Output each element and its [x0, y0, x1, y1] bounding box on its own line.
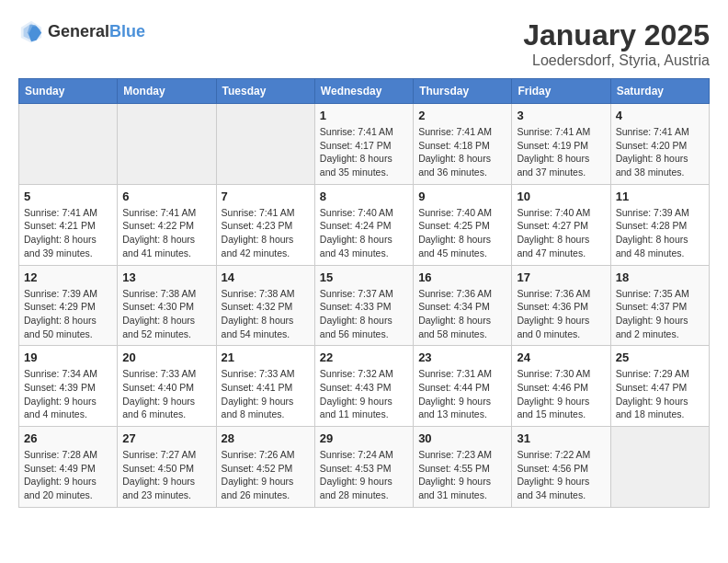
- header-wednesday: Wednesday: [314, 79, 413, 104]
- day-info: Sunrise: 7:41 AM Sunset: 4:21 PM Dayligh…: [24, 206, 112, 260]
- day-info: Sunrise: 7:40 AM Sunset: 4:24 PM Dayligh…: [320, 206, 408, 260]
- day-info: Sunrise: 7:34 AM Sunset: 4:39 PM Dayligh…: [24, 367, 112, 421]
- day-cell: 29Sunrise: 7:24 AM Sunset: 4:53 PM Dayli…: [314, 427, 413, 508]
- day-number: 6: [122, 190, 210, 203]
- week-row-4: 19Sunrise: 7:34 AM Sunset: 4:39 PM Dayli…: [19, 346, 710, 427]
- day-number: 9: [418, 190, 506, 203]
- day-info: Sunrise: 7:38 AM Sunset: 4:32 PM Dayligh…: [222, 287, 310, 341]
- day-cell: 18Sunrise: 7:35 AM Sunset: 4:37 PM Dayli…: [610, 265, 709, 346]
- day-number: 20: [122, 350, 210, 364]
- day-info: Sunrise: 7:31 AM Sunset: 4:44 PM Dayligh…: [418, 367, 506, 421]
- day-number: 2: [418, 109, 506, 122]
- day-number: 30: [418, 431, 506, 445]
- day-number: 15: [320, 270, 408, 284]
- day-info: Sunrise: 7:41 AM Sunset: 4:20 PM Dayligh…: [616, 125, 704, 179]
- day-cell: 30Sunrise: 7:23 AM Sunset: 4:55 PM Dayli…: [414, 427, 512, 508]
- day-cell: 27Sunrise: 7:27 AM Sunset: 4:50 PM Dayli…: [118, 427, 216, 508]
- day-info: Sunrise: 7:41 AM Sunset: 4:19 PM Dayligh…: [517, 125, 605, 179]
- day-cell: 15Sunrise: 7:37 AM Sunset: 4:33 PM Dayli…: [314, 265, 413, 346]
- day-number: 28: [222, 431, 310, 445]
- week-row-3: 12Sunrise: 7:39 AM Sunset: 4:29 PM Dayli…: [19, 265, 710, 346]
- day-cell: 5Sunrise: 7:41 AM Sunset: 4:21 PM Daylig…: [19, 184, 118, 265]
- day-number: 26: [24, 431, 112, 445]
- day-cell: [216, 104, 314, 185]
- day-number: 4: [616, 109, 704, 122]
- day-info: Sunrise: 7:41 AM Sunset: 4:23 PM Dayligh…: [222, 206, 310, 260]
- header-thursday: Thursday: [414, 79, 512, 104]
- day-cell: 7Sunrise: 7:41 AM Sunset: 4:23 PM Daylig…: [216, 184, 314, 265]
- day-info: Sunrise: 7:33 AM Sunset: 4:40 PM Dayligh…: [122, 367, 210, 421]
- page-header: General Blue January 2025 Loedersdorf, S…: [18, 18, 710, 69]
- logo-icon: [18, 18, 44, 44]
- day-cell: 17Sunrise: 7:36 AM Sunset: 4:36 PM Dayli…: [512, 265, 610, 346]
- day-cell: 28Sunrise: 7:26 AM Sunset: 4:52 PM Dayli…: [216, 427, 314, 508]
- day-info: Sunrise: 7:41 AM Sunset: 4:17 PM Dayligh…: [320, 125, 408, 179]
- day-number: 10: [517, 190, 605, 203]
- week-row-1: 1Sunrise: 7:41 AM Sunset: 4:17 PM Daylig…: [19, 104, 710, 185]
- logo-text-blue: Blue: [109, 22, 145, 41]
- day-number: 23: [418, 350, 506, 364]
- day-info: Sunrise: 7:27 AM Sunset: 4:50 PM Dayligh…: [122, 448, 210, 502]
- header-friday: Friday: [512, 79, 610, 104]
- day-cell: 31Sunrise: 7:22 AM Sunset: 4:56 PM Dayli…: [512, 427, 610, 508]
- day-cell: 6Sunrise: 7:41 AM Sunset: 4:22 PM Daylig…: [118, 184, 216, 265]
- day-number: 13: [122, 270, 210, 284]
- day-number: 27: [122, 431, 210, 445]
- header-saturday: Saturday: [610, 79, 709, 104]
- day-info: Sunrise: 7:33 AM Sunset: 4:41 PM Dayligh…: [222, 367, 310, 421]
- day-info: Sunrise: 7:28 AM Sunset: 4:49 PM Dayligh…: [24, 448, 112, 502]
- week-row-5: 26Sunrise: 7:28 AM Sunset: 4:49 PM Dayli…: [19, 427, 710, 508]
- day-info: Sunrise: 7:36 AM Sunset: 4:34 PM Dayligh…: [418, 287, 506, 341]
- day-cell: 1Sunrise: 7:41 AM Sunset: 4:17 PM Daylig…: [314, 104, 413, 185]
- header-monday: Monday: [118, 79, 216, 104]
- day-number: 1: [320, 109, 408, 122]
- calendar-table: SundayMondayTuesdayWednesdayThursdayFrid…: [18, 78, 710, 508]
- day-cell: 3Sunrise: 7:41 AM Sunset: 4:19 PM Daylig…: [512, 104, 610, 185]
- day-cell: 4Sunrise: 7:41 AM Sunset: 4:20 PM Daylig…: [610, 104, 709, 185]
- day-number: 31: [517, 431, 605, 445]
- calendar-header: SundayMondayTuesdayWednesdayThursdayFrid…: [19, 79, 710, 104]
- day-number: 8: [320, 190, 408, 203]
- day-cell: 9Sunrise: 7:40 AM Sunset: 4:25 PM Daylig…: [414, 184, 512, 265]
- day-cell: 12Sunrise: 7:39 AM Sunset: 4:29 PM Dayli…: [19, 265, 118, 346]
- day-number: 21: [222, 350, 310, 364]
- day-number: 7: [222, 190, 310, 203]
- day-number: 24: [517, 350, 605, 364]
- day-cell: 19Sunrise: 7:34 AM Sunset: 4:39 PM Dayli…: [19, 346, 118, 427]
- day-cell: 26Sunrise: 7:28 AM Sunset: 4:49 PM Dayli…: [19, 427, 118, 508]
- day-info: Sunrise: 7:39 AM Sunset: 4:28 PM Dayligh…: [616, 206, 704, 260]
- day-info: Sunrise: 7:41 AM Sunset: 4:22 PM Dayligh…: [122, 206, 210, 260]
- day-cell: 8Sunrise: 7:40 AM Sunset: 4:24 PM Daylig…: [314, 184, 413, 265]
- day-info: Sunrise: 7:26 AM Sunset: 4:52 PM Dayligh…: [222, 448, 310, 502]
- header-tuesday: Tuesday: [216, 79, 314, 104]
- calendar-body: 1Sunrise: 7:41 AM Sunset: 4:17 PM Daylig…: [19, 104, 710, 508]
- day-cell: 2Sunrise: 7:41 AM Sunset: 4:18 PM Daylig…: [414, 104, 512, 185]
- day-info: Sunrise: 7:39 AM Sunset: 4:29 PM Dayligh…: [24, 287, 112, 341]
- day-cell: 21Sunrise: 7:33 AM Sunset: 4:41 PM Dayli…: [216, 346, 314, 427]
- day-info: Sunrise: 7:36 AM Sunset: 4:36 PM Dayligh…: [517, 287, 605, 341]
- day-number: 12: [24, 270, 112, 284]
- day-number: 16: [418, 270, 506, 284]
- header-sunday: Sunday: [19, 79, 118, 104]
- day-number: 29: [320, 431, 408, 445]
- day-info: Sunrise: 7:35 AM Sunset: 4:37 PM Dayligh…: [616, 287, 704, 341]
- day-info: Sunrise: 7:29 AM Sunset: 4:47 PM Dayligh…: [616, 367, 704, 421]
- page-subtitle: Loedersdorf, Styria, Austria: [523, 52, 710, 69]
- day-cell: [19, 104, 118, 185]
- day-cell: 25Sunrise: 7:29 AM Sunset: 4:47 PM Dayli…: [610, 346, 709, 427]
- day-info: Sunrise: 7:23 AM Sunset: 4:55 PM Dayligh…: [418, 448, 506, 502]
- day-cell: [118, 104, 216, 185]
- day-info: Sunrise: 7:37 AM Sunset: 4:33 PM Dayligh…: [320, 287, 408, 341]
- day-cell: 16Sunrise: 7:36 AM Sunset: 4:34 PM Dayli…: [414, 265, 512, 346]
- day-number: 18: [616, 270, 704, 284]
- day-cell: 14Sunrise: 7:38 AM Sunset: 4:32 PM Dayli…: [216, 265, 314, 346]
- day-number: 3: [517, 109, 605, 122]
- day-cell: 22Sunrise: 7:32 AM Sunset: 4:43 PM Dayli…: [314, 346, 413, 427]
- day-cell: 24Sunrise: 7:30 AM Sunset: 4:46 PM Dayli…: [512, 346, 610, 427]
- day-number: 17: [517, 270, 605, 284]
- title-block: January 2025 Loedersdorf, Styria, Austri…: [523, 18, 710, 69]
- day-info: Sunrise: 7:38 AM Sunset: 4:30 PM Dayligh…: [122, 287, 210, 341]
- day-info: Sunrise: 7:30 AM Sunset: 4:46 PM Dayligh…: [517, 367, 605, 421]
- week-row-2: 5Sunrise: 7:41 AM Sunset: 4:21 PM Daylig…: [19, 184, 710, 265]
- logo: General Blue: [18, 18, 145, 44]
